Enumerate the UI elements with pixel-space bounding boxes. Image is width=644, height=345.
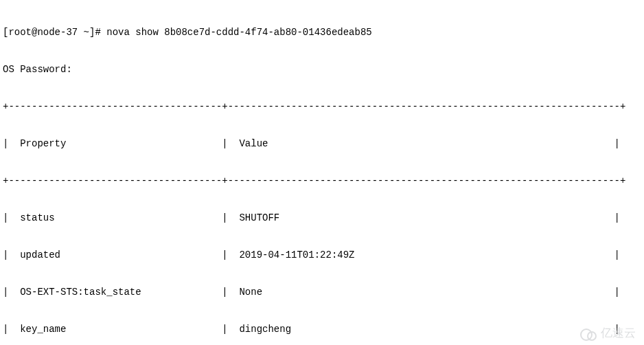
table-row: | OS-EXT-STS:task_state | None |	[3, 286, 641, 298]
password-prompt: OS Password:	[3, 63, 641, 76]
watermark-text: 亿速云	[601, 327, 636, 340]
table-row: | updated | 2019-04-11T01:22:49Z |	[3, 249, 641, 261]
table-divider-top: +-------------------------------------+-…	[3, 100, 641, 113]
shell-prompt-line: [root@node-37 ~]# nova show 8b08ce7d-cdd…	[3, 26, 641, 38]
table-row: | key_name | dingcheng |	[3, 323, 641, 335]
terminal-output: [root@node-37 ~]# nova show 8b08ce7d-cdd…	[0, 0, 644, 345]
table-header-row: | Property | Value |	[3, 137, 641, 150]
table-divider-mid: +-------------------------------------+-…	[3, 175, 641, 187]
table-row: | status | SHUTOFF |	[3, 212, 641, 224]
cloud-icon	[580, 329, 598, 338]
watermark-logo: 亿速云	[580, 327, 636, 340]
